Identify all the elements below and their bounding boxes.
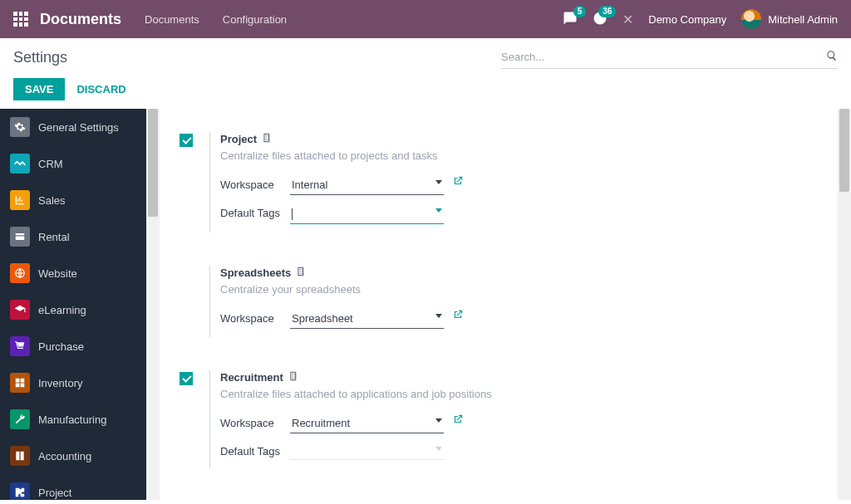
chevron-down-icon [435, 180, 442, 184]
boxes-icon [10, 373, 30, 393]
building-icon [296, 266, 307, 280]
activities-button[interactable]: 36 [593, 11, 608, 28]
setting-title: Spreadsheets [220, 267, 291, 279]
select-value: Internal [292, 179, 327, 191]
tags-label: Default Tags [220, 442, 290, 458]
app-brand: Documents [40, 11, 121, 28]
sidebar-item-label: Rental [38, 231, 70, 243]
user-menu[interactable]: Mitchell Admin [741, 9, 838, 29]
sidebar-item-label: eLearning [38, 304, 86, 316]
close-tray-icon[interactable]: ✕ [622, 12, 633, 27]
handshake-icon [10, 154, 30, 174]
chevron-down-icon [435, 208, 442, 213]
page-title: Settings [13, 49, 67, 66]
chevron-down-icon [435, 447, 442, 451]
globe-icon [10, 263, 30, 283]
body: General Settings CRM Sales Rental Websit… [0, 109, 851, 500]
messages-button[interactable]: 5 [563, 11, 578, 28]
top-nav: Documents Configuration [145, 13, 287, 26]
apps-launcher-icon[interactable] [13, 12, 28, 27]
project-tags-select[interactable] [290, 203, 444, 224]
sidebar-item-label: Sales [38, 194, 66, 207]
scrollbar-thumb[interactable] [839, 109, 849, 192]
workspace-label: Workspace [220, 413, 290, 429]
sidebar-item-purchase[interactable]: Purchase [0, 328, 146, 365]
setting-spreadsheets: Spreadsheets Centralize your spreadsheet… [180, 266, 818, 337]
sidebar-item-project[interactable]: Project [0, 474, 146, 500]
wrench-icon [10, 409, 30, 429]
setting-project: Project Centralize files attached to pro… [180, 132, 818, 232]
puzzle-icon [10, 482, 30, 500]
project-checkbox[interactable] [180, 134, 193, 147]
setting-desc: Centralize files attached to projects an… [220, 149, 818, 162]
save-button[interactable]: SAVE [13, 78, 65, 100]
messages-badge: 5 [573, 6, 587, 17]
cart-icon [10, 336, 30, 356]
sidebar-item-manufacturing[interactable]: Manufacturing [0, 401, 146, 438]
select-value: Spreadsheet [292, 312, 353, 325]
sidebar-item-crm[interactable]: CRM [0, 145, 146, 182]
clock-icon [593, 16, 608, 28]
settings-sidebar: General Settings CRM Sales Rental Websit… [0, 109, 146, 500]
setting-desc: Centralize your spreadsheets [220, 283, 818, 296]
scrollbar-thumb[interactable] [148, 109, 158, 217]
search-icon[interactable] [826, 50, 838, 64]
sidebar-item-label: Accounting [38, 450, 91, 462]
gear-icon [10, 117, 30, 137]
sidebar-item-label: Inventory [38, 377, 82, 389]
workspace-label: Workspace [220, 309, 290, 325]
external-link-icon[interactable] [452, 413, 464, 428]
chevron-down-icon [435, 418, 442, 423]
sidebar-item-inventory[interactable]: Inventory [0, 365, 146, 401]
sidebar-item-label: Website [38, 267, 77, 280]
sidebar-item-label: CRM [38, 158, 63, 170]
sidebar-item-general-settings[interactable]: General Settings [0, 109, 146, 145]
building-icon [288, 370, 300, 384]
topbar: Documents Documents Configuration 5 36 ✕… [0, 0, 851, 38]
sidebar-item-label: Manufacturing [38, 413, 106, 426]
building-icon [262, 132, 273, 146]
text-cursor [292, 208, 293, 220]
sidebar-scrollbar[interactable] [146, 109, 160, 500]
subheader: Settings [0, 38, 851, 76]
nav-documents[interactable]: Documents [145, 13, 199, 26]
sidebar-item-accounting[interactable]: Accounting [0, 438, 146, 474]
sidebar-item-rental[interactable]: Rental [0, 218, 146, 255]
spreadsheets-workspace-select[interactable]: Spreadsheet [290, 309, 444, 329]
sidebar-item-elearning[interactable]: eLearning [0, 291, 146, 328]
workspace-label: Workspace [220, 175, 290, 191]
tags-label: Default Tags [220, 203, 290, 219]
graduation-icon [10, 300, 30, 320]
chart-icon [10, 190, 30, 210]
setting-recruitment: Recruitment Centralize files attached to… [180, 370, 818, 468]
search-box[interactable] [501, 46, 838, 69]
nav-configuration[interactable]: Configuration [223, 13, 287, 26]
sidebar-item-label: Project [38, 487, 71, 499]
recruitment-workspace-select[interactable]: Recruitment [290, 413, 444, 433]
setting-title: Recruitment [220, 371, 283, 384]
setting-desc: Centralize files attached to application… [220, 388, 818, 400]
search-input[interactable] [501, 46, 826, 68]
action-toolbar: SAVE DISCARD [0, 76, 851, 109]
chat-icon [563, 16, 578, 28]
sidebar-item-sales[interactable]: Sales [0, 182, 146, 218]
sidebar-item-label: Purchase [38, 340, 84, 353]
project-workspace-select[interactable]: Internal [290, 175, 444, 195]
avatar [741, 9, 761, 29]
recruitment-tags-select[interactable] [290, 442, 444, 460]
setting-title: Project [220, 133, 257, 145]
settings-content: Project Centralize files attached to pro… [160, 109, 838, 500]
company-switcher[interactable]: Demo Company [648, 13, 726, 26]
external-link-icon[interactable] [452, 175, 464, 189]
user-name: Mitchell Admin [768, 13, 838, 26]
chevron-down-icon [435, 314, 442, 318]
sidebar-item-label: General Settings [38, 121, 119, 134]
content-scrollbar[interactable] [838, 109, 851, 500]
book-icon [10, 446, 30, 466]
recruitment-checkbox[interactable] [180, 372, 193, 385]
select-value: Recruitment [292, 417, 350, 429]
key-icon [10, 227, 30, 247]
discard-button[interactable]: DISCARD [76, 83, 125, 95]
external-link-icon[interactable] [452, 309, 464, 323]
sidebar-item-website[interactable]: Website [0, 255, 146, 291]
